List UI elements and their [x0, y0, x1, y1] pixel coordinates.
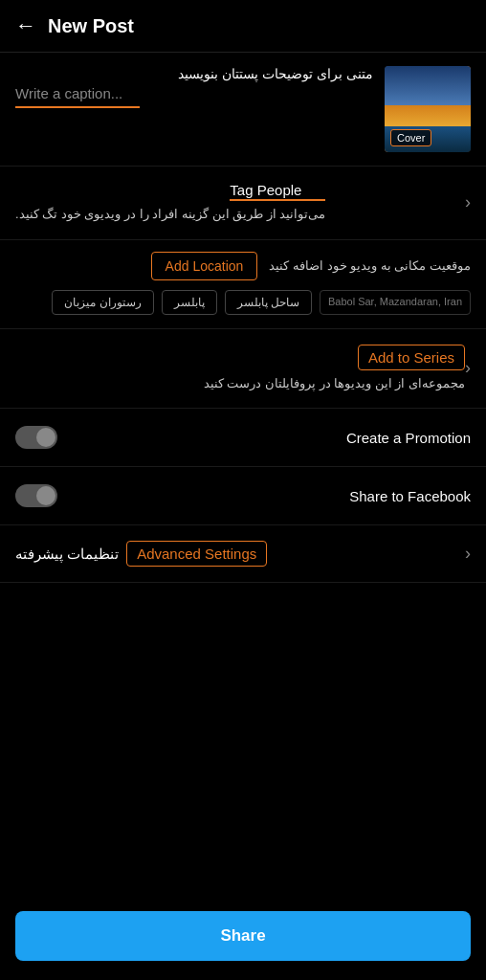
series-chevron-icon: › [465, 358, 471, 378]
create-promotion-label: Create a Promotion [346, 430, 471, 446]
share-facebook-row: Share to Facebook [0, 467, 486, 525]
location-tag-0[interactable]: ساحل پابلسر [225, 290, 312, 315]
caption-input-area[interactable]: Write a caption... [15, 85, 373, 108]
series-description-farsi: مجموعه‌ای از این ویدیوها در پروفایلتان د… [204, 374, 465, 393]
advanced-chevron-icon: › [465, 544, 471, 564]
caption-section: Cover متنی برای توضیحات پستتان بنویسید W… [0, 53, 486, 167]
advanced-description-farsi: تنظیمات پیشرفته [15, 546, 119, 563]
location-full-address[interactable]: Babol Sar, Mazandaran, Iran [320, 290, 471, 315]
post-thumbnail[interactable]: Cover [385, 66, 471, 152]
toggle-knob [36, 428, 55, 447]
create-promotion-toggle[interactable] [15, 426, 57, 449]
share-facebook-toggle[interactable] [15, 484, 57, 507]
advanced-settings-section[interactable]: › تنظیمات پیشرفته Advanced Settings [0, 525, 486, 583]
caption-underline [15, 106, 140, 108]
location-description-farsi: موقعیت مکانی به ویدیو خود اضافه کنید [269, 258, 471, 273]
series-right: Add to Series مجموعه‌ای از این ویدیوها د… [15, 345, 465, 393]
caption-right: متنی برای توضیحات پستتان بنویسید Write a… [15, 66, 373, 108]
tag-people-underline [230, 199, 325, 201]
share-facebook-label: Share to Facebook [349, 488, 471, 504]
back-button[interactable]: ← [15, 13, 36, 38]
caption-placeholder: Write a caption... [15, 85, 122, 101]
location-tag-2[interactable]: رستوران میزبان [52, 290, 153, 315]
share-button[interactable]: Share [15, 911, 471, 961]
series-label: Add to Series [358, 345, 465, 370]
toggle-knob-fb [36, 486, 55, 505]
add-location-section: موقعیت مکانی به ویدیو خود اضافه کنید Add… [0, 240, 486, 329]
location-tags-row: Babol Sar, Mazandaran, Iran ساحل پابلسر … [15, 290, 471, 317]
caption-label-farsi: متنی برای توضیحات پستتان بنویسید [178, 66, 373, 81]
location-tag-1[interactable]: پابلسر [162, 290, 217, 315]
cover-badge[interactable]: Cover [390, 129, 431, 146]
content-area: Cover متنی برای توضیحات پستتان بنویسید W… [0, 53, 486, 698]
create-promotion-row: Create a Promotion [0, 409, 486, 467]
tag-people-chevron-icon: › [465, 192, 471, 212]
tag-people-section[interactable]: › Tag People می‌توانید از طریق این گزینه… [0, 167, 486, 240]
add-location-button[interactable]: Add Location [151, 252, 258, 280]
header: ← New Post [0, 0, 486, 53]
page-title: New Post [48, 15, 134, 37]
bottom-bar: Share [0, 900, 486, 980]
advanced-settings-label: Advanced Settings [126, 541, 267, 567]
advanced-right: تنظیمات پیشرفته Advanced Settings [15, 541, 267, 567]
location-top: موقعیت مکانی به ویدیو خود اضافه کنید Add… [15, 252, 471, 280]
tag-people-right: Tag People می‌توانید از طریق این گزینه ا… [15, 182, 325, 224]
tag-people-description-farsi: می‌توانید از طریق این گزینه افراد را در … [15, 205, 325, 224]
add-to-series-section[interactable]: › Add to Series مجموعه‌ای از این ویدیوها… [0, 329, 486, 410]
tag-people-label: Tag People [230, 182, 301, 198]
